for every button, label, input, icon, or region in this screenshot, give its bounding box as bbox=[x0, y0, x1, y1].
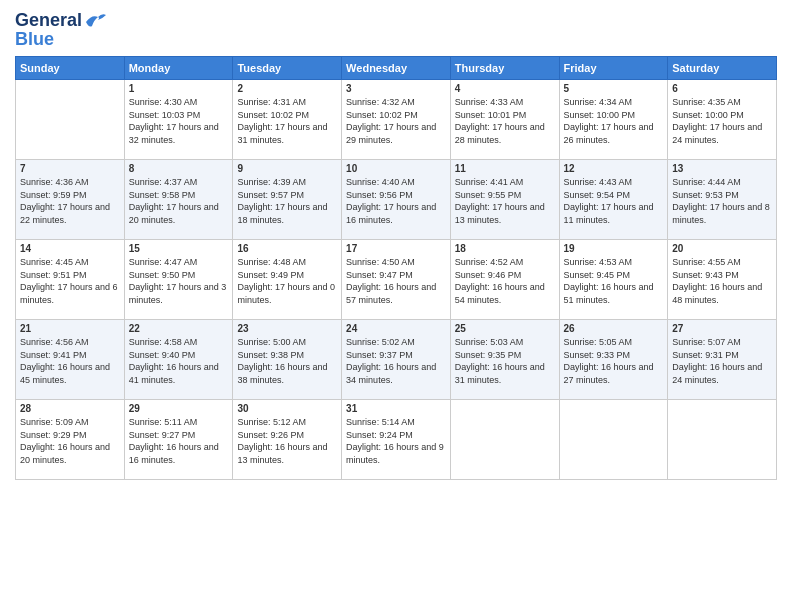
cell-info: Sunrise: 4:55 AMSunset: 9:43 PMDaylight:… bbox=[672, 256, 772, 306]
col-header-wednesday: Wednesday bbox=[342, 57, 451, 80]
calendar-cell: 27Sunrise: 5:07 AMSunset: 9:31 PMDayligh… bbox=[668, 320, 777, 400]
calendar-cell: 18Sunrise: 4:52 AMSunset: 9:46 PMDayligh… bbox=[450, 240, 559, 320]
col-header-monday: Monday bbox=[124, 57, 233, 80]
col-header-sunday: Sunday bbox=[16, 57, 125, 80]
week-row-4: 21Sunrise: 4:56 AMSunset: 9:41 PMDayligh… bbox=[16, 320, 777, 400]
day-number: 5 bbox=[564, 83, 664, 94]
page: General Blue SundayMondayTuesdayWednesda… bbox=[0, 0, 792, 612]
week-row-1: 1Sunrise: 4:30 AMSunset: 10:03 PMDayligh… bbox=[16, 80, 777, 160]
cell-info: Sunrise: 4:41 AMSunset: 9:55 PMDaylight:… bbox=[455, 176, 555, 226]
cell-info: Sunrise: 5:12 AMSunset: 9:26 PMDaylight:… bbox=[237, 416, 337, 466]
header-row: SundayMondayTuesdayWednesdayThursdayFrid… bbox=[16, 57, 777, 80]
header: General Blue bbox=[15, 10, 777, 50]
day-number: 31 bbox=[346, 403, 446, 414]
cell-info: Sunrise: 4:56 AMSunset: 9:41 PMDaylight:… bbox=[20, 336, 120, 386]
calendar-cell: 26Sunrise: 5:05 AMSunset: 9:33 PMDayligh… bbox=[559, 320, 668, 400]
calendar-cell: 12Sunrise: 4:43 AMSunset: 9:54 PMDayligh… bbox=[559, 160, 668, 240]
calendar-cell: 24Sunrise: 5:02 AMSunset: 9:37 PMDayligh… bbox=[342, 320, 451, 400]
calendar-table: SundayMondayTuesdayWednesdayThursdayFrid… bbox=[15, 56, 777, 480]
day-number: 9 bbox=[237, 163, 337, 174]
day-number: 22 bbox=[129, 323, 229, 334]
calendar-cell: 17Sunrise: 4:50 AMSunset: 9:47 PMDayligh… bbox=[342, 240, 451, 320]
calendar-cell bbox=[450, 400, 559, 480]
logo-bird-icon bbox=[84, 12, 106, 30]
cell-info: Sunrise: 4:45 AMSunset: 9:51 PMDaylight:… bbox=[20, 256, 120, 306]
calendar-cell: 21Sunrise: 4:56 AMSunset: 9:41 PMDayligh… bbox=[16, 320, 125, 400]
cell-info: Sunrise: 4:33 AMSunset: 10:01 PMDaylight… bbox=[455, 96, 555, 146]
cell-info: Sunrise: 4:50 AMSunset: 9:47 PMDaylight:… bbox=[346, 256, 446, 306]
cell-info: Sunrise: 4:44 AMSunset: 9:53 PMDaylight:… bbox=[672, 176, 772, 226]
cell-info: Sunrise: 5:03 AMSunset: 9:35 PMDaylight:… bbox=[455, 336, 555, 386]
calendar-cell: 13Sunrise: 4:44 AMSunset: 9:53 PMDayligh… bbox=[668, 160, 777, 240]
calendar-cell: 19Sunrise: 4:53 AMSunset: 9:45 PMDayligh… bbox=[559, 240, 668, 320]
day-number: 10 bbox=[346, 163, 446, 174]
cell-info: Sunrise: 4:53 AMSunset: 9:45 PMDaylight:… bbox=[564, 256, 664, 306]
day-number: 14 bbox=[20, 243, 120, 254]
calendar-cell: 22Sunrise: 4:58 AMSunset: 9:40 PMDayligh… bbox=[124, 320, 233, 400]
col-header-tuesday: Tuesday bbox=[233, 57, 342, 80]
day-number: 13 bbox=[672, 163, 772, 174]
cell-info: Sunrise: 5:00 AMSunset: 9:38 PMDaylight:… bbox=[237, 336, 337, 386]
cell-info: Sunrise: 5:07 AMSunset: 9:31 PMDaylight:… bbox=[672, 336, 772, 386]
logo-blue-text: Blue bbox=[15, 29, 54, 50]
week-row-2: 7Sunrise: 4:36 AMSunset: 9:59 PMDaylight… bbox=[16, 160, 777, 240]
day-number: 30 bbox=[237, 403, 337, 414]
cell-info: Sunrise: 4:34 AMSunset: 10:00 PMDaylight… bbox=[564, 96, 664, 146]
calendar-cell: 23Sunrise: 5:00 AMSunset: 9:38 PMDayligh… bbox=[233, 320, 342, 400]
day-number: 16 bbox=[237, 243, 337, 254]
cell-info: Sunrise: 4:30 AMSunset: 10:03 PMDaylight… bbox=[129, 96, 229, 146]
col-header-saturday: Saturday bbox=[668, 57, 777, 80]
week-row-5: 28Sunrise: 5:09 AMSunset: 9:29 PMDayligh… bbox=[16, 400, 777, 480]
calendar-cell: 6Sunrise: 4:35 AMSunset: 10:00 PMDayligh… bbox=[668, 80, 777, 160]
day-number: 29 bbox=[129, 403, 229, 414]
cell-info: Sunrise: 5:05 AMSunset: 9:33 PMDaylight:… bbox=[564, 336, 664, 386]
day-number: 17 bbox=[346, 243, 446, 254]
cell-info: Sunrise: 5:02 AMSunset: 9:37 PMDaylight:… bbox=[346, 336, 446, 386]
cell-info: Sunrise: 4:37 AMSunset: 9:58 PMDaylight:… bbox=[129, 176, 229, 226]
calendar-cell: 8Sunrise: 4:37 AMSunset: 9:58 PMDaylight… bbox=[124, 160, 233, 240]
calendar-cell: 25Sunrise: 5:03 AMSunset: 9:35 PMDayligh… bbox=[450, 320, 559, 400]
calendar-cell bbox=[16, 80, 125, 160]
day-number: 11 bbox=[455, 163, 555, 174]
cell-info: Sunrise: 4:36 AMSunset: 9:59 PMDaylight:… bbox=[20, 176, 120, 226]
calendar-cell bbox=[559, 400, 668, 480]
day-number: 15 bbox=[129, 243, 229, 254]
day-number: 26 bbox=[564, 323, 664, 334]
calendar-cell bbox=[668, 400, 777, 480]
calendar-cell: 10Sunrise: 4:40 AMSunset: 9:56 PMDayligh… bbox=[342, 160, 451, 240]
day-number: 3 bbox=[346, 83, 446, 94]
col-header-friday: Friday bbox=[559, 57, 668, 80]
day-number: 18 bbox=[455, 243, 555, 254]
day-number: 23 bbox=[237, 323, 337, 334]
day-number: 7 bbox=[20, 163, 120, 174]
cell-info: Sunrise: 4:35 AMSunset: 10:00 PMDaylight… bbox=[672, 96, 772, 146]
day-number: 28 bbox=[20, 403, 120, 414]
calendar-cell: 28Sunrise: 5:09 AMSunset: 9:29 PMDayligh… bbox=[16, 400, 125, 480]
cell-info: Sunrise: 4:32 AMSunset: 10:02 PMDaylight… bbox=[346, 96, 446, 146]
calendar-cell: 14Sunrise: 4:45 AMSunset: 9:51 PMDayligh… bbox=[16, 240, 125, 320]
calendar-cell: 7Sunrise: 4:36 AMSunset: 9:59 PMDaylight… bbox=[16, 160, 125, 240]
logo: General Blue bbox=[15, 10, 106, 50]
col-header-thursday: Thursday bbox=[450, 57, 559, 80]
day-number: 24 bbox=[346, 323, 446, 334]
day-number: 4 bbox=[455, 83, 555, 94]
week-row-3: 14Sunrise: 4:45 AMSunset: 9:51 PMDayligh… bbox=[16, 240, 777, 320]
cell-info: Sunrise: 5:11 AMSunset: 9:27 PMDaylight:… bbox=[129, 416, 229, 466]
calendar-cell: 16Sunrise: 4:48 AMSunset: 9:49 PMDayligh… bbox=[233, 240, 342, 320]
day-number: 19 bbox=[564, 243, 664, 254]
calendar-cell: 3Sunrise: 4:32 AMSunset: 10:02 PMDayligh… bbox=[342, 80, 451, 160]
cell-info: Sunrise: 4:39 AMSunset: 9:57 PMDaylight:… bbox=[237, 176, 337, 226]
day-number: 1 bbox=[129, 83, 229, 94]
day-number: 6 bbox=[672, 83, 772, 94]
cell-info: Sunrise: 5:14 AMSunset: 9:24 PMDaylight:… bbox=[346, 416, 446, 466]
cell-info: Sunrise: 5:09 AMSunset: 9:29 PMDaylight:… bbox=[20, 416, 120, 466]
cell-info: Sunrise: 4:31 AMSunset: 10:02 PMDaylight… bbox=[237, 96, 337, 146]
cell-info: Sunrise: 4:58 AMSunset: 9:40 PMDaylight:… bbox=[129, 336, 229, 386]
calendar-cell: 11Sunrise: 4:41 AMSunset: 9:55 PMDayligh… bbox=[450, 160, 559, 240]
calendar-cell: 1Sunrise: 4:30 AMSunset: 10:03 PMDayligh… bbox=[124, 80, 233, 160]
day-number: 27 bbox=[672, 323, 772, 334]
calendar-cell: 31Sunrise: 5:14 AMSunset: 9:24 PMDayligh… bbox=[342, 400, 451, 480]
day-number: 20 bbox=[672, 243, 772, 254]
cell-info: Sunrise: 4:43 AMSunset: 9:54 PMDaylight:… bbox=[564, 176, 664, 226]
day-number: 8 bbox=[129, 163, 229, 174]
